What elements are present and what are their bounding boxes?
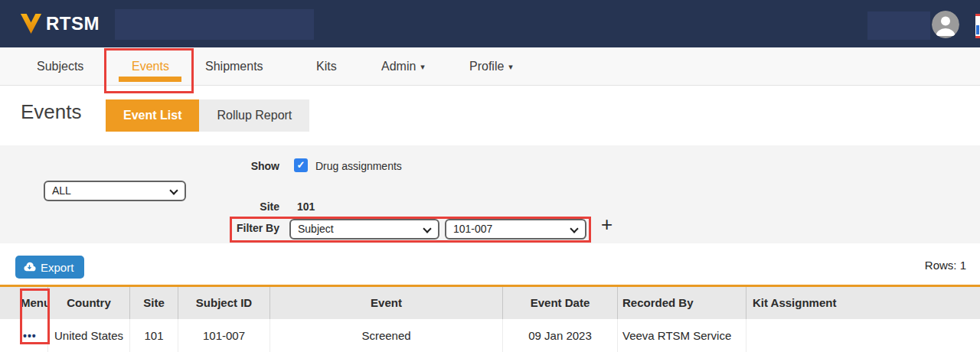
row-recorded-by-cell: Veeva RTSM Service	[618, 319, 746, 352]
active-tab-underline	[119, 77, 181, 82]
nav-tab-profile-label: Profile	[469, 60, 504, 73]
row-country-cell: United States	[48, 319, 130, 352]
check-icon: ✓	[297, 159, 305, 171]
page-header: Events Event List Rollup Report	[0, 86, 980, 145]
row-menu-cell: •••	[0, 319, 48, 352]
user-avatar[interactable]	[932, 11, 959, 38]
brand-text: RTSM	[46, 13, 100, 34]
filter-by-label: Filter By	[214, 222, 279, 234]
filter-panel: Show ✓ Drug assignments ALL Site 101 Fil…	[0, 145, 980, 243]
row-kit-assignment-cell	[746, 319, 980, 352]
cutoff-link-fragment	[976, 25, 979, 34]
cloud-download-icon	[23, 262, 36, 272]
rtsm-app-window: RTSM Subjects Events Shipments Kits Admi…	[0, 0, 980, 352]
export-button[interactable]: Export	[15, 256, 84, 279]
nav-tab-kits[interactable]: Kits	[316, 47, 337, 86]
table-header-row: Menu Country Site Subject ID Event Event…	[0, 287, 980, 319]
column-header-recorded-by: Recorded By	[618, 287, 746, 319]
tab-rollup-report[interactable]: Rollup Report	[199, 99, 309, 132]
chevron-down-icon	[423, 224, 431, 233]
table-toolbar: Export Rows: 1	[0, 243, 980, 285]
row-event-date-cell: 09 Jan 2023	[503, 319, 618, 352]
rows-count: Rows: 1	[925, 259, 966, 272]
annotation-box-user-cutoff	[975, 14, 980, 38]
user-icon	[932, 11, 959, 38]
nav-tab-shipments[interactable]: Shipments	[205, 47, 263, 86]
tab-event-list[interactable]: Event List	[106, 99, 199, 132]
redacted-study-name	[115, 9, 314, 40]
main-nav: Subjects Events Shipments Kits Admin▾ Pr…	[0, 47, 980, 86]
nav-tab-admin[interactable]: Admin▾	[381, 47, 425, 86]
redacted-user-info	[867, 11, 930, 40]
show-label: Show	[214, 160, 279, 172]
events-table: Menu Country Site Subject ID Event Event…	[0, 285, 980, 352]
row-site-cell: 101	[130, 319, 178, 352]
caret-down-icon: ▾	[508, 47, 513, 86]
page-title: Events	[21, 100, 82, 124]
drug-assignments-label: Drug assignments	[315, 160, 402, 172]
row-subject-id-cell: 101-007	[178, 319, 270, 352]
plus-icon: +	[601, 213, 612, 236]
column-header-site: Site	[130, 287, 178, 319]
filter-value-select-value: 101-007	[453, 223, 492, 235]
row-event-cell: Screened	[270, 319, 503, 352]
veeva-v-icon	[18, 11, 44, 36]
row-menu-button[interactable]: •••	[23, 330, 37, 342]
column-header-subject-id: Subject ID	[178, 287, 270, 319]
event-type-select-value: ALL	[52, 184, 71, 197]
column-header-menu: Menu	[0, 287, 48, 319]
top-bar: RTSM	[0, 0, 980, 47]
brand-logo[interactable]: RTSM	[18, 11, 100, 36]
event-type-select[interactable]: ALL	[44, 181, 186, 201]
column-header-country: Country	[48, 287, 130, 319]
filter-type-select[interactable]: Subject	[289, 219, 439, 240]
add-filter-button[interactable]: +	[601, 214, 612, 234]
table-row: ••• United States 101 101-007 Screened 0…	[0, 319, 980, 352]
site-label: Site	[214, 200, 279, 213]
filter-value-select[interactable]: 101-007	[445, 219, 586, 240]
column-header-kit-assignment: Kit Assignment	[746, 287, 980, 319]
chevron-down-icon	[570, 224, 578, 233]
chevron-down-icon	[169, 186, 178, 194]
nav-tab-admin-label: Admin	[381, 60, 416, 73]
filter-type-select-value: Subject	[298, 223, 334, 235]
export-button-label: Export	[41, 261, 74, 274]
drug-assignments-checkbox[interactable]: ✓	[294, 158, 308, 172]
nav-tab-profile[interactable]: Profile▾	[469, 47, 513, 86]
column-header-event: Event	[270, 287, 503, 319]
column-header-event-date: Event Date	[503, 287, 618, 319]
caret-down-icon: ▾	[420, 47, 425, 86]
view-tabs: Event List Rollup Report	[106, 99, 309, 132]
nav-tab-subjects[interactable]: Subjects	[37, 47, 83, 86]
site-value: 101	[297, 200, 315, 213]
